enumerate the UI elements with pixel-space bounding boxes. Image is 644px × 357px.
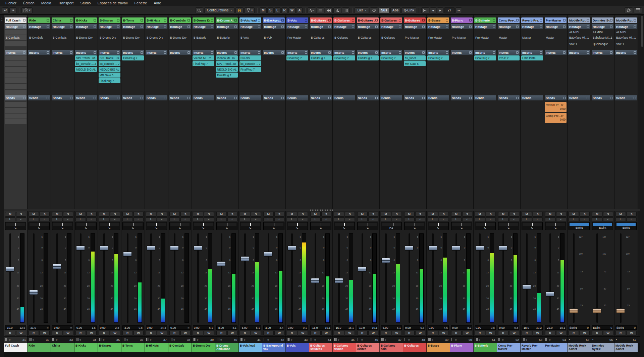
- menu-item-media[interactable]: Média: [38, 1, 55, 5]
- channel-name-cell-b-hi-hats-37[interactable]: B-Hi Hats: [145, 343, 168, 352]
- write-automation-button[interactable]: W: [180, 331, 191, 336]
- insert-plugin[interactable]: SPL Transi...us: [75, 55, 97, 60]
- routing-slot[interactable]: [146, 41, 167, 46]
- read-automation-button[interactable]: R: [334, 331, 344, 336]
- solo-button[interactable]: S: [204, 212, 214, 217]
- listen-button[interactable]: L: [357, 217, 368, 221]
- write-automation-button[interactable]: W: [462, 331, 473, 336]
- routing-slot[interactable]: [357, 41, 379, 46]
- read-automation-button[interactable]: R: [287, 331, 297, 336]
- routage-section-bar[interactable]: Routage: [615, 24, 637, 29]
- solo-button[interactable]: S: [439, 212, 449, 217]
- routing-slot[interactable]: [99, 30, 120, 35]
- routing-slot[interactable]: [474, 30, 496, 35]
- routage-section-bar[interactable]: Routage: [592, 24, 613, 29]
- channel-number-cell-b-voix-lead-41[interactable]: o41: [239, 337, 262, 343]
- listen-button[interactable]: L: [569, 217, 579, 221]
- channel-name-cell-full-crash-31[interactable]: Full Crash: [4, 343, 28, 352]
- edit-channel-button[interactable]: e: [509, 217, 520, 221]
- mute-button[interactable]: M: [569, 212, 579, 217]
- channel-number-cell-full-crash-31[interactable]: o31: [4, 337, 28, 343]
- write-automation-button[interactable]: W: [533, 331, 543, 336]
- inserts-section-bar[interactable]: Inserts: [28, 50, 50, 55]
- routing-slot[interactable]: B-Drums Dry: [99, 35, 120, 40]
- mute-button[interactable]: M: [545, 212, 555, 217]
- routing-slot[interactable]: Babyface Mi...1: [615, 35, 637, 40]
- insert-plugin[interactable]: Vienna MI...ro: [193, 55, 214, 60]
- inserts-section-bar[interactable]: Inserts: [5, 50, 26, 55]
- home-zones-button[interactable]: [235, 7, 244, 13]
- solo-button[interactable]: S: [556, 212, 567, 217]
- inserts-section-bar[interactable]: Inserts: [521, 50, 543, 55]
- solo-button[interactable]: S: [486, 212, 496, 217]
- undo-button[interactable]: ↩: [2, 7, 9, 13]
- fader-handle[interactable]: [381, 258, 390, 263]
- solo-button[interactable]: S: [40, 212, 50, 217]
- routing-slot[interactable]: B-Guitares: [380, 35, 402, 40]
- routing-slot[interactable]: [310, 30, 332, 35]
- routing-slot[interactable]: B-Guitares: [333, 35, 355, 40]
- read-automation-button[interactable]: R: [522, 331, 532, 336]
- channel-name-cell-b-snares-35[interactable]: B-Snares: [98, 343, 121, 352]
- sends-section-bar[interactable]: Sends: [28, 95, 50, 100]
- channel-header-b-batterie-51[interactable]: B-Batterie: [474, 17, 496, 23]
- channel-header-b-guitares-48[interactable]: B-Guitares: [404, 17, 426, 23]
- inserts-section-bar[interactable]: Inserts: [99, 50, 120, 55]
- channels-narrow-button[interactable]: ◂: [430, 7, 436, 13]
- inserts-section-bar[interactable]: Inserts: [75, 50, 97, 55]
- routing-slot[interactable]: [357, 30, 379, 35]
- channel-number-cell-b-guitares-48[interactable]: o48: [403, 337, 427, 343]
- sends-section-bar[interactable]: Sends: [169, 95, 191, 100]
- read-automation-button[interactable]: R: [263, 331, 274, 336]
- fader-handle[interactable]: [311, 278, 320, 283]
- edit-channel-button[interactable]: e: [627, 217, 637, 221]
- insert-plugin[interactable]: Pro-C 2: [498, 55, 520, 60]
- channel-name-cell-b-voix-43[interactable]: B-Voix: [286, 343, 309, 352]
- solo-button[interactable]: S: [603, 212, 613, 217]
- listen-button[interactable]: L: [216, 217, 227, 221]
- insert-plugin[interactable]: FinalPlug 7: [474, 55, 496, 60]
- channel-header-b-drums-ambiance-40[interactable]: B-Drums A...: [216, 17, 238, 23]
- fader-handle[interactable]: [334, 278, 343, 283]
- mute-button[interactable]: M: [169, 212, 180, 217]
- routing-slot[interactable]: [310, 41, 332, 46]
- routing-slot[interactable]: [474, 41, 496, 46]
- channel-header-b-voix-43[interactable]: B-Voix: [286, 17, 308, 23]
- routing-slot[interactable]: [5, 30, 26, 35]
- channel-name-cell-b-batterie-51[interactable]: B-Batterie: [474, 343, 497, 352]
- sends-section-bar[interactable]: Sends: [404, 95, 426, 100]
- channel-header-b-guitares-solo-47[interactable]: B-Guitares ...: [380, 17, 402, 23]
- write-automation-button[interactable]: W: [321, 331, 332, 336]
- sends-section-bar[interactable]: Sends: [451, 95, 473, 100]
- fader-handle[interactable]: [616, 308, 625, 313]
- routing-slot[interactable]: [498, 30, 520, 35]
- write-automation-button[interactable]: W: [580, 331, 590, 336]
- inserts-section-bar[interactable]: Inserts: [193, 50, 214, 55]
- channel-count-stepper[interactable]: ▴▾: [455, 7, 462, 13]
- fader-handle[interactable]: [452, 246, 461, 251]
- channel-name-cell-b-kicks-34[interactable]: B-Kicks: [74, 343, 98, 352]
- send-slot-empty[interactable]: [5, 102, 26, 107]
- mute-button[interactable]: M: [122, 212, 133, 217]
- solo-button[interactable]: S: [63, 212, 73, 217]
- solo-button[interactable]: S: [368, 212, 379, 217]
- pan-control[interactable]: C: [263, 222, 284, 230]
- channel-number-cell-b-guitares-crunch-45[interactable]: o45: [333, 337, 356, 343]
- menu-item-fenetre[interactable]: Fenêtre: [131, 1, 150, 5]
- routage-section-bar[interactable]: Routage: [545, 24, 567, 29]
- insert-plugin[interactable]: Little Plate: [521, 55, 543, 60]
- solo-button[interactable]: S: [227, 212, 238, 217]
- channel-name-cell-mod-le-rock-xavier-55[interactable]: Modèle Rock Xavier: [568, 343, 591, 352]
- channel-name-cell-b-guitares-solo-47[interactable]: B-Guitares solo: [380, 343, 403, 352]
- insert-plugin[interactable]: FinalPlug 7: [286, 55, 308, 60]
- routing-slot[interactable]: [380, 30, 402, 35]
- sends-section-bar[interactable]: Sends: [5, 95, 26, 100]
- routage-section-bar[interactable]: Routage: [310, 24, 332, 29]
- routing-slot[interactable]: [239, 30, 261, 35]
- edit-channel-button[interactable]: e: [180, 217, 191, 221]
- routing-slot[interactable]: [521, 30, 543, 35]
- mute-button[interactable]: M: [310, 212, 321, 217]
- mute-button[interactable]: M: [357, 212, 368, 217]
- routing-slot[interactable]: [286, 30, 308, 35]
- edit-channel-button[interactable]: e: [227, 217, 238, 221]
